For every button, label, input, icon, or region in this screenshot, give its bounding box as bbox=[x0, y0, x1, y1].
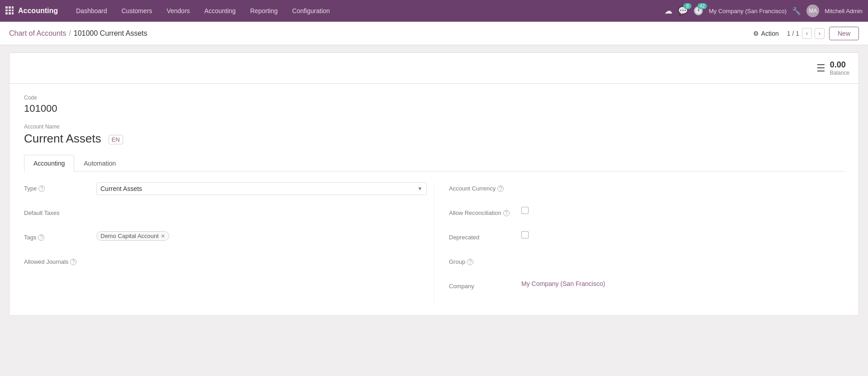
company-link[interactable]: My Company (San Francisco) bbox=[521, 280, 605, 287]
tags-row: Tags ? Demo Capital Account ✕ bbox=[24, 231, 427, 247]
type-select[interactable]: Current Assets ▼ bbox=[96, 182, 427, 195]
company-selector[interactable]: My Company (San Francisco) bbox=[709, 8, 787, 14]
account-currency-help-icon[interactable]: ? bbox=[497, 186, 504, 192]
balance-bar: ☰ 0.00 Balance bbox=[10, 53, 858, 84]
nav-vendors[interactable]: Vendors bbox=[159, 0, 197, 22]
code-field-group: Code 101000 bbox=[24, 95, 844, 114]
nav-right-section: ☁ 💬 8 🕐 42 My Company (San Francisco) 🔧 … bbox=[664, 5, 863, 17]
company-label: Company bbox=[449, 280, 521, 290]
deprecated-value bbox=[521, 231, 837, 240]
nav-reporting[interactable]: Reporting bbox=[243, 0, 285, 22]
right-col: Account Currency ? Allow Reconciliation … bbox=[434, 182, 844, 305]
deprecated-checkbox[interactable] bbox=[521, 231, 529, 238]
breadcrumb-current: 101000 Current Assets bbox=[74, 29, 148, 38]
tab-list: Accounting Automation bbox=[24, 155, 844, 171]
next-record-button[interactable]: › bbox=[815, 28, 825, 39]
tab-accounting[interactable]: Accounting bbox=[24, 155, 74, 171]
type-row: Type ? Current Assets ▼ bbox=[24, 182, 427, 199]
allow-reconciliation-label: Allow Reconciliation ? bbox=[449, 207, 521, 216]
form-area: Code 101000 Account Name Current Assets … bbox=[10, 84, 858, 315]
nav-accounting[interactable]: Accounting bbox=[197, 0, 243, 22]
left-col: Type ? Current Assets ▼ bbox=[24, 182, 434, 305]
default-taxes-row: Default Taxes bbox=[24, 207, 427, 223]
tags-value: Demo Capital Account ✕ bbox=[96, 231, 427, 241]
group-help-icon[interactable]: ? bbox=[467, 259, 473, 265]
prev-record-button[interactable]: ‹ bbox=[802, 28, 812, 39]
support-icon[interactable]: ☁ bbox=[664, 6, 672, 16]
nav-customers[interactable]: Customers bbox=[114, 0, 160, 22]
messages-badge: 8 bbox=[683, 3, 692, 9]
deprecated-label: Deprecated bbox=[449, 231, 521, 241]
svg-rect-2 bbox=[12, 6, 14, 9]
toolbar-right: ⚙ Action 1 / 1 ‹ › New bbox=[749, 27, 859, 40]
company-row: Company My Company (San Francisco) bbox=[449, 280, 837, 296]
top-navigation: Accounting Dashboard Customers Vendors A… bbox=[0, 0, 868, 22]
gear-icon: ⚙ bbox=[753, 30, 759, 37]
new-button[interactable]: New bbox=[829, 27, 859, 40]
content-area: ☰ 0.00 Balance Code 101000 Account Name … bbox=[0, 45, 868, 323]
tab-automation[interactable]: Automation bbox=[74, 155, 125, 171]
main-nav-items: Dashboard Customers Vendors Accounting R… bbox=[69, 0, 664, 22]
breadcrumb-parent-link[interactable]: Chart of Accounts bbox=[9, 29, 66, 38]
code-value[interactable]: 101000 bbox=[24, 103, 844, 114]
balance-info: 0.00 Balance bbox=[830, 60, 849, 76]
account-currency-row: Account Currency ? bbox=[449, 182, 837, 199]
group-label: Group ? bbox=[449, 256, 521, 265]
allow-reconciliation-checkbox[interactable] bbox=[521, 207, 529, 214]
balance-lines-icon: ☰ bbox=[816, 63, 825, 73]
grid-menu-icon[interactable] bbox=[5, 6, 14, 16]
allow-reconciliation-row: Allow Reconciliation ? bbox=[449, 207, 837, 223]
type-help-icon[interactable]: ? bbox=[38, 186, 45, 192]
pagination: 1 / 1 ‹ › bbox=[787, 28, 825, 39]
account-currency-label: Account Currency ? bbox=[449, 182, 521, 192]
activities-icon[interactable]: 🕐 42 bbox=[693, 6, 703, 16]
code-label: Code bbox=[24, 95, 844, 101]
group-row: Group ? bbox=[449, 256, 837, 272]
breadcrumb-separator: / bbox=[69, 29, 71, 38]
main-card: ☰ 0.00 Balance Code 101000 Account Name … bbox=[9, 52, 859, 316]
type-value[interactable]: Current Assets ▼ bbox=[96, 182, 427, 195]
allow-reconciliation-value bbox=[521, 207, 837, 215]
balance-value: 0.00 bbox=[830, 60, 846, 70]
allowed-journals-value[interactable] bbox=[96, 256, 427, 268]
svg-rect-7 bbox=[9, 12, 11, 14]
account-name-field-group: Account Name Current Assets EN bbox=[24, 124, 844, 146]
nav-configuration[interactable]: Configuration bbox=[285, 0, 337, 22]
avatar[interactable]: MA bbox=[806, 5, 819, 17]
nav-dashboard[interactable]: Dashboard bbox=[69, 0, 114, 22]
breadcrumb-bar: Chart of Accounts / 101000 Current Asset… bbox=[0, 22, 868, 45]
action-button[interactable]: ⚙ Action bbox=[749, 28, 782, 39]
allowed-journals-field[interactable] bbox=[96, 256, 427, 268]
tabs: Accounting Automation bbox=[24, 155, 844, 171]
settings-icon[interactable]: 🔧 bbox=[792, 7, 801, 15]
balance-widget: ☰ 0.00 Balance bbox=[816, 60, 849, 76]
tags-help-icon[interactable]: ? bbox=[38, 234, 44, 241]
account-currency-value[interactable] bbox=[521, 182, 837, 195]
account-name-value[interactable]: Current Assets bbox=[24, 132, 101, 146]
messages-icon[interactable]: 💬 8 bbox=[678, 6, 688, 16]
type-label: Type ? bbox=[24, 182, 96, 192]
language-selector[interactable]: EN bbox=[109, 135, 123, 144]
accounting-tab-content: Type ? Current Assets ▼ bbox=[24, 182, 844, 305]
tags-label: Tags ? bbox=[24, 231, 96, 241]
pagination-info: 1 / 1 bbox=[787, 30, 799, 37]
default-taxes-label: Default Taxes bbox=[24, 207, 96, 216]
svg-rect-0 bbox=[5, 6, 8, 9]
account-name-label: Account Name bbox=[24, 124, 844, 130]
account-currency-field[interactable] bbox=[521, 182, 837, 195]
svg-rect-4 bbox=[9, 10, 11, 11]
svg-rect-5 bbox=[12, 10, 14, 11]
company-value: My Company (San Francisco) bbox=[521, 280, 837, 287]
svg-rect-8 bbox=[12, 12, 14, 14]
type-dropdown-arrow: ▼ bbox=[417, 186, 423, 192]
default-taxes-field[interactable] bbox=[96, 207, 427, 219]
svg-rect-3 bbox=[5, 10, 8, 11]
tag-demo-capital: Demo Capital Account ✕ bbox=[96, 231, 169, 241]
tag-remove-button[interactable]: ✕ bbox=[161, 233, 165, 239]
default-taxes-value[interactable] bbox=[96, 207, 427, 219]
allow-reconciliation-help-icon[interactable]: ? bbox=[503, 210, 510, 216]
allowed-journals-help-icon[interactable]: ? bbox=[70, 259, 76, 265]
activities-badge: 42 bbox=[697, 3, 707, 9]
group-field[interactable] bbox=[521, 256, 837, 268]
group-value[interactable] bbox=[521, 256, 837, 268]
